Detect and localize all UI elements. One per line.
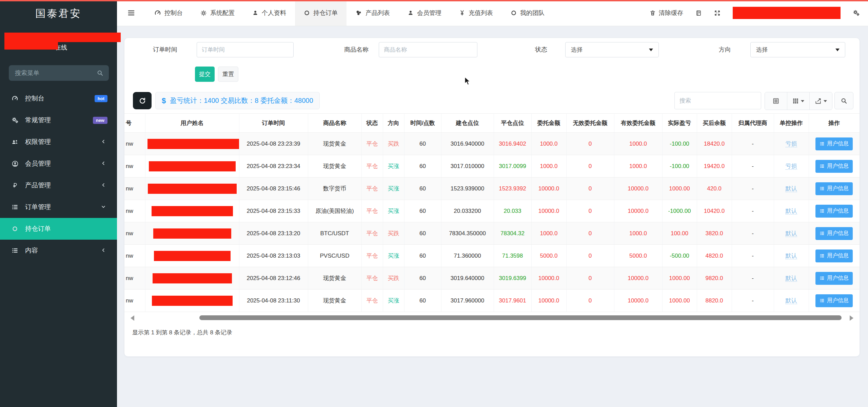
control-mode-link[interactable]: 默认 [786, 297, 797, 304]
cell-close-price: 3017.0099 [494, 155, 531, 178]
user-info-button[interactable]: 用户信息 [815, 272, 853, 285]
cell-control: 亏损 [774, 133, 809, 155]
sidebar-item-label: 会员管理 [25, 159, 93, 168]
submit-button[interactable]: 提交 [195, 67, 215, 82]
redaction-bar-username [149, 161, 236, 171]
control-mode-link[interactable]: 亏损 [786, 163, 797, 170]
control-mode-link[interactable]: 默认 [786, 185, 797, 192]
user-info-button[interactable]: 用户信息 [815, 227, 853, 240]
user-info-button[interactable]: 用户信息 [815, 249, 853, 262]
cell-agent: - [732, 155, 774, 178]
gauge-icon [154, 10, 161, 16]
redaction-bar-username [154, 251, 231, 261]
status-select[interactable]: 选择 [565, 42, 659, 57]
user-icon [252, 10, 258, 16]
nav-item-positions[interactable]: 持仓订单 [295, 0, 347, 26]
nav-item-product-list[interactable]: 产品列表 [347, 0, 399, 26]
nav-item-label: 产品列表 [366, 9, 390, 17]
column-header: 订单时间 [239, 114, 308, 133]
toggle-view-button[interactable] [765, 92, 787, 110]
cell-control: 默认 [774, 200, 809, 222]
redaction-bar-username [152, 296, 233, 306]
cell-username [145, 267, 239, 290]
order-time-input[interactable] [197, 42, 294, 57]
sidebar-item-permissions[interactable]: 权限管理 [0, 131, 117, 153]
control-mode-link[interactable]: 亏损 [786, 141, 797, 147]
circles-icon [355, 10, 362, 16]
scroll-left-arrow-icon[interactable] [131, 315, 134, 321]
cell-agent: - [732, 133, 774, 155]
table-row: nw2025-04-08 23:15:46数字货币平仓买涨601523.9390… [124, 178, 860, 200]
control-mode-link[interactable]: 默认 [786, 275, 797, 282]
nav-item-team[interactable]: 我的团队 [502, 0, 553, 26]
nav-item-profile[interactable]: 个人资料 [243, 0, 295, 26]
cell-username [145, 222, 239, 245]
sidebar-item-members[interactable]: 会员管理 [0, 153, 117, 174]
cell-action: 用户信息 [809, 245, 860, 267]
cell-valid-amount: 1000.0 [614, 155, 662, 178]
product-name-input[interactable] [379, 42, 477, 57]
sidebar-item-positions[interactable]: 持仓订单 [0, 218, 117, 240]
language-icon[interactable] [695, 10, 702, 16]
table-search-input[interactable] [674, 92, 761, 109]
sidebar-search-input[interactable] [14, 69, 97, 77]
table-search-button[interactable] [834, 92, 853, 109]
search-icon[interactable] [97, 70, 103, 76]
scroll-right-arrow-icon[interactable] [850, 315, 853, 321]
redaction-bar-username [152, 206, 233, 216]
refresh-button[interactable] [133, 92, 152, 109]
top-menu: 控制台系统配置个人资料持仓订单产品列表会员管理充值列表我的团队 [145, 0, 553, 26]
cell-invalid-amount: 0 [566, 200, 614, 222]
reset-button[interactable]: 重置 [218, 67, 238, 82]
user-info-button[interactable]: 用户信息 [815, 182, 853, 195]
nav-item-system-config[interactable]: 系统配置 [192, 0, 243, 26]
columns-button[interactable] [787, 92, 810, 110]
cell-status: 平仓 [361, 290, 383, 312]
sidebar-item-label: 内容 [25, 246, 93, 255]
hot-badge: hot [95, 95, 107, 102]
cell-invalid-amount: 0 [566, 178, 614, 200]
refresh-icon [139, 97, 146, 105]
user-info-button[interactable]: 用户信息 [815, 205, 853, 218]
column-header: 归属代理商 [732, 114, 774, 133]
chevron-left-icon [99, 139, 107, 144]
nav-item-dashboard[interactable]: 控制台 [145, 0, 192, 26]
cell-order-time: 2025-04-08 23:15:46 [239, 178, 308, 200]
settings-gears-icon[interactable] [853, 10, 860, 17]
cell-direction: 买涨 [383, 155, 404, 178]
sidebar-search[interactable] [9, 65, 109, 81]
sidebar-item-dashboard[interactable]: 控制台hot [0, 88, 117, 109]
cell-order-time: 2025-04-08 23:15:33 [239, 200, 308, 222]
control-mode-link[interactable]: 默认 [786, 208, 797, 215]
sidebar-item-orders[interactable]: 订单管理 [0, 196, 117, 218]
cell-invalid-amount: 0 [566, 155, 614, 178]
sidebar-item-content[interactable]: 内容 [0, 240, 117, 261]
scrollbar-thumb[interactable] [199, 315, 842, 320]
nav-item-members[interactable]: 会员管理 [399, 0, 450, 26]
screen: 国泰君安 在线 控制台hot常规管理new权限管理会员管理产品管理订单管理持仓订… [0, 0, 868, 407]
direction-select[interactable]: 选择 [750, 42, 845, 57]
cell-valid-amount: 5000.0 [614, 245, 662, 267]
hamburger-menu-icon[interactable] [117, 0, 145, 26]
nav-item-label: 我的团队 [520, 9, 545, 17]
column-header: 号 [124, 114, 145, 133]
fullscreen-icon[interactable] [714, 10, 721, 16]
user-info-button[interactable]: 用户信息 [815, 294, 853, 307]
cell-product: 原油(美国轻油) [308, 200, 361, 222]
cell-balance: 19420.0 [697, 155, 732, 178]
cell-agent: - [732, 290, 774, 312]
control-mode-link[interactable]: 默认 [786, 230, 797, 237]
cell-product: 现货黄金 [308, 155, 361, 178]
sidebar-item-general[interactable]: 常规管理new [0, 109, 117, 131]
clear-cache-button[interactable]: 清除缓存 [650, 9, 683, 17]
user-info-button[interactable]: 用户信息 [815, 160, 853, 173]
cell-balance: 9820.0 [697, 267, 732, 290]
user-info-button[interactable]: 用户信息 [815, 137, 853, 150]
cell-period: 60 [404, 178, 441, 200]
control-mode-link[interactable]: 默认 [786, 253, 797, 259]
export-button[interactable] [810, 92, 832, 110]
new-badge: new [93, 117, 107, 124]
nav-item-recharge[interactable]: 充值列表 [450, 0, 502, 26]
sidebar-item-products[interactable]: 产品管理 [0, 174, 117, 196]
cell-direction: 买涨 [383, 245, 404, 267]
